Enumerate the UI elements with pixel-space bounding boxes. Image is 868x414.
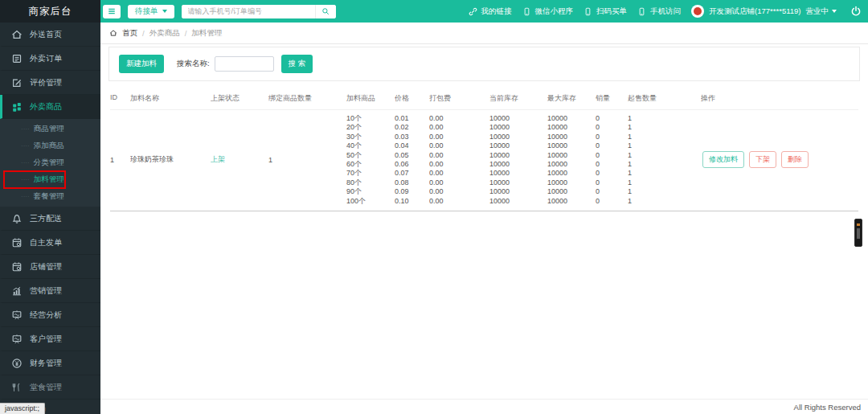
option-pack_fee: 0.00: [429, 141, 485, 150]
action-button-0[interactable]: 修改加料: [702, 151, 744, 168]
sidebar-subitem-label: 商品管理: [34, 124, 64, 134]
option-price: 0.03: [395, 133, 424, 141]
option-price: 0.10: [395, 197, 424, 206]
power-icon: [850, 6, 862, 17]
option-pack_fee: 0.00: [429, 160, 485, 169]
sidebar-subitem-0[interactable]: 商品管理: [0, 121, 100, 137]
table-header-4: 加料商品: [346, 93, 395, 104]
option-max_stock: 10000: [547, 187, 591, 196]
option-item: 30个: [346, 133, 390, 141]
sidebar-item-label: 外卖订单: [30, 53, 62, 64]
option-max_stock: 10000: [547, 123, 591, 132]
sidebar-item-4[interactable]: 三方配送: [0, 207, 100, 231]
option-item: 80个: [346, 178, 390, 187]
pending-orders-label: 待接单: [135, 6, 158, 17]
cell-id: 1: [110, 114, 130, 206]
breadcrumb: 首页 / 外卖商品 / 加料管理: [100, 23, 868, 44]
chevron-down-icon: [832, 10, 837, 13]
option-stock: 10000: [489, 169, 542, 178]
hamburger-icon: [107, 6, 117, 16]
sidebar-subitem-4[interactable]: 套餐管理: [0, 188, 100, 205]
sidebar-subitem-label: 分类管理: [34, 158, 64, 168]
topbar-link-3[interactable]: 手机访问: [637, 6, 681, 17]
option-pack_fee: 0.00: [429, 114, 485, 123]
topbar-link-0[interactable]: 我的链接: [469, 6, 512, 17]
option-price: 0.06: [395, 160, 424, 169]
logout-button[interactable]: [850, 6, 862, 18]
cell-stocks: 1000010000100001000010000100001000010000…: [489, 114, 547, 206]
toppings-table: ID加料名称上架状态绑定商品数量加料商品价格打包费当前库存最大库存销量起售数量操…: [110, 87, 858, 211]
search-button[interactable]: 搜 索: [281, 55, 313, 73]
sidebar-subitem-2[interactable]: 分类管理: [0, 154, 100, 171]
store-status-dropdown[interactable]: 营业中: [806, 6, 837, 17]
option-max_stock: 10000: [547, 178, 591, 187]
sidebar-item-1[interactable]: 外卖订单: [0, 47, 100, 71]
cell-sales: 0000000000: [596, 114, 628, 206]
option-max_stock: 10000: [547, 133, 591, 141]
cell-bound-count: 1: [268, 114, 346, 206]
topbar-link-2[interactable]: 扫码买单: [583, 6, 627, 17]
sidebar-item-9[interactable]: 客户管理: [0, 327, 100, 351]
finance-icon: [11, 358, 23, 369]
sidebar-item-label: 营销管理: [30, 285, 62, 297]
topbar-link-label: 微信小程序: [535, 6, 574, 17]
cell-prices: 0.010.020.030.040.050.060.070.080.090.10: [395, 114, 429, 206]
topbar-link-label: 扫码买单: [596, 6, 627, 17]
option-item: 50个: [346, 151, 390, 160]
option-sales: 0: [596, 141, 623, 150]
topbar-right: 我的链接微信小程序扫码买单手机访问 开发测试店铺(177****5119) 营业…: [469, 5, 862, 18]
status-link[interactable]: 上架: [211, 154, 225, 165]
option-min_qty: 1: [628, 178, 696, 187]
form-icon: [11, 237, 23, 248]
order-search-input[interactable]: [182, 5, 315, 18]
sidebar-item-5[interactable]: 自主发单: [0, 231, 100, 255]
page-scroll-widget[interactable]: [854, 219, 862, 247]
order-search-button[interactable]: [315, 5, 336, 18]
search-name-label: 搜索名称:: [177, 59, 210, 69]
grid-icon: [11, 101, 23, 113]
option-sales: 0: [596, 133, 623, 141]
sidebar-item-10[interactable]: 财务管理: [0, 351, 100, 375]
sidebar-item-6[interactable]: 店铺管理: [0, 255, 100, 279]
sidebar-item-label: 自主发单: [30, 237, 62, 248]
pending-orders-button[interactable]: 待接单: [128, 5, 174, 18]
topbar: 待接单 我的链接微信小程序扫码买单手机访问 开发测试店铺(177****5119…: [100, 0, 868, 23]
sidebar-item-11[interactable]: 堂食管理: [0, 375, 100, 400]
menu-toggle-button[interactable]: [103, 5, 121, 18]
breadcrumb-item[interactable]: 外卖商品: [149, 28, 180, 39]
breadcrumb-current: 加料管理: [191, 28, 222, 39]
sidebar-item-3[interactable]: 外卖商品: [0, 95, 100, 119]
table-header-6: 打包费: [429, 93, 489, 104]
toolbar: 新建加料 搜索名称: 搜 索: [108, 47, 860, 81]
breadcrumb-separator: /: [142, 29, 145, 38]
table-header-0: ID: [110, 93, 130, 104]
sidebar-item-8[interactable]: 经营分析: [0, 303, 100, 327]
sidebar-subitem-3[interactable]: 加料管理: [0, 171, 100, 188]
option-max_stock: 10000: [547, 151, 591, 160]
topbar-link-1[interactable]: 微信小程序: [522, 6, 574, 17]
option-stock: 10000: [489, 133, 542, 141]
breadcrumb-home[interactable]: 首页: [122, 28, 137, 39]
action-button-2[interactable]: 删除: [781, 151, 809, 168]
sidebar-subitem-1[interactable]: 添加商品: [0, 137, 100, 154]
option-sales: 0: [596, 151, 623, 160]
sidebar-item-0[interactable]: 外送首页: [0, 23, 100, 47]
phone-icon: [583, 7, 592, 16]
topping-name-input[interactable]: [215, 56, 274, 72]
option-min_qty: 1: [628, 169, 696, 178]
action-button-1[interactable]: 下架: [749, 151, 776, 168]
footer: All Rights Reserved: [100, 399, 868, 414]
app-logo[interactable]: 商家后台: [0, 0, 100, 23]
sidebar-item-2[interactable]: 评价管理: [0, 71, 100, 95]
option-item: 40个: [346, 141, 390, 150]
sidebar-item-7[interactable]: 营销管理: [0, 279, 100, 303]
orders-icon: [11, 53, 23, 64]
option-item: 90个: [346, 187, 390, 196]
option-max_stock: 10000: [547, 114, 591, 123]
table-header-7: 当前库存: [489, 93, 547, 104]
store-avatar: [691, 5, 704, 18]
store-info: 开发测试店铺(177****5119) 营业中: [691, 5, 837, 18]
option-stock: 10000: [489, 141, 542, 150]
table-header-9: 销量: [596, 93, 628, 104]
new-topping-button[interactable]: 新建加料: [119, 55, 164, 73]
